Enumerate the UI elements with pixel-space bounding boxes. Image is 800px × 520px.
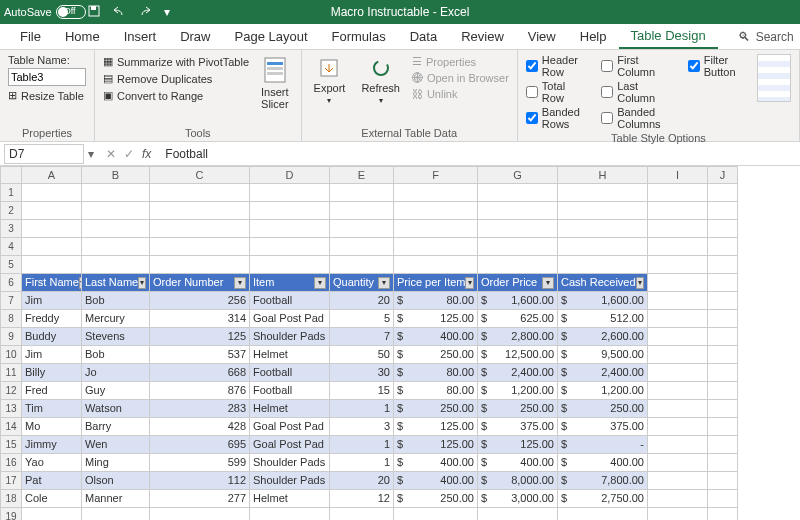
filter-icon[interactable]: ▾: [138, 277, 146, 289]
cell[interactable]: 314: [150, 310, 250, 328]
cell[interactable]: 125: [150, 328, 250, 346]
cell[interactable]: [22, 256, 82, 274]
cell[interactable]: 537: [150, 346, 250, 364]
cell[interactable]: Football: [250, 382, 330, 400]
cell[interactable]: [708, 346, 738, 364]
cell[interactable]: $2,600.00: [558, 328, 648, 346]
cell[interactable]: [708, 328, 738, 346]
cell[interactable]: $7,800.00: [558, 472, 648, 490]
cell[interactable]: $-: [558, 436, 648, 454]
cell[interactable]: [150, 202, 250, 220]
name-box-dropdown[interactable]: ▾: [84, 147, 98, 161]
cell[interactable]: [82, 202, 150, 220]
insert-slicer-button[interactable]: Insert Slicer: [257, 54, 293, 125]
cell[interactable]: [708, 238, 738, 256]
row-header[interactable]: 15: [0, 436, 22, 454]
row-header[interactable]: 9: [0, 328, 22, 346]
cell[interactable]: [708, 364, 738, 382]
cell[interactable]: Order Price▾: [478, 274, 558, 292]
filter-icon[interactable]: ▾: [636, 277, 644, 289]
undo-icon[interactable]: [112, 5, 126, 20]
cell[interactable]: $1,200.00: [478, 382, 558, 400]
row-header[interactable]: 18: [0, 490, 22, 508]
header-row-check[interactable]: Header Row: [526, 54, 585, 78]
cell[interactable]: $400.00: [394, 454, 478, 472]
refresh-button[interactable]: Refresh▾: [357, 54, 404, 125]
cell[interactable]: [394, 220, 478, 238]
cell[interactable]: [250, 238, 330, 256]
cell[interactable]: [708, 508, 738, 520]
cell[interactable]: [330, 220, 394, 238]
cell[interactable]: [558, 220, 648, 238]
redo-icon[interactable]: [138, 5, 152, 20]
tab-formulas[interactable]: Formulas: [320, 24, 398, 49]
row-header[interactable]: 6: [0, 274, 22, 292]
cell[interactable]: $400.00: [394, 328, 478, 346]
cell[interactable]: [708, 274, 738, 292]
cell[interactable]: First Name▾: [22, 274, 82, 292]
cell[interactable]: 112: [150, 472, 250, 490]
cell[interactable]: $80.00: [394, 382, 478, 400]
cell[interactable]: [648, 220, 708, 238]
row-header[interactable]: 10: [0, 346, 22, 364]
cell[interactable]: Shoulder Pads: [250, 328, 330, 346]
cell[interactable]: 599: [150, 454, 250, 472]
cell[interactable]: Guy: [82, 382, 150, 400]
cell[interactable]: Mo: [22, 418, 82, 436]
cell[interactable]: Football: [250, 364, 330, 382]
cell[interactable]: $80.00: [394, 364, 478, 382]
col-header-B[interactable]: B: [82, 166, 150, 184]
cell[interactable]: Cash Received▾: [558, 274, 648, 292]
cell[interactable]: $2,800.00: [478, 328, 558, 346]
cell[interactable]: [394, 508, 478, 520]
banded-cols-check[interactable]: Banded Columns: [601, 106, 672, 130]
cell[interactable]: Buddy: [22, 328, 82, 346]
convert-range-button[interactable]: ▣Convert to Range: [103, 88, 249, 103]
row-header[interactable]: 17: [0, 472, 22, 490]
cell[interactable]: Goal Post Pad: [250, 436, 330, 454]
cell[interactable]: [22, 202, 82, 220]
cell[interactable]: [708, 220, 738, 238]
filter-icon[interactable]: ▾: [314, 277, 326, 289]
cell[interactable]: Stevens: [82, 328, 150, 346]
cell[interactable]: Quantity▾: [330, 274, 394, 292]
cell[interactable]: Freddy: [22, 310, 82, 328]
cell[interactable]: Bob: [82, 346, 150, 364]
row-header[interactable]: 4: [0, 238, 22, 256]
cell[interactable]: Barry: [82, 418, 150, 436]
tab-help[interactable]: Help: [568, 24, 619, 49]
cell[interactable]: 1: [330, 400, 394, 418]
filter-icon[interactable]: ▾: [234, 277, 246, 289]
row-header[interactable]: 12: [0, 382, 22, 400]
cell[interactable]: Goal Post Pad: [250, 418, 330, 436]
cell[interactable]: Yao: [22, 454, 82, 472]
cell[interactable]: 1: [330, 436, 394, 454]
cell[interactable]: [478, 256, 558, 274]
row-header[interactable]: 16: [0, 454, 22, 472]
cell[interactable]: 20: [330, 472, 394, 490]
cell[interactable]: Helmet: [250, 346, 330, 364]
cell[interactable]: Tim: [22, 400, 82, 418]
cell[interactable]: Jim: [22, 346, 82, 364]
cell[interactable]: [478, 238, 558, 256]
tab-home[interactable]: Home: [53, 24, 112, 49]
cell[interactable]: [648, 202, 708, 220]
tab-view[interactable]: View: [516, 24, 568, 49]
cell[interactable]: [394, 256, 478, 274]
cell[interactable]: 12: [330, 490, 394, 508]
cell[interactable]: Olson: [82, 472, 150, 490]
cell[interactable]: [648, 184, 708, 202]
cell[interactable]: [648, 508, 708, 520]
cell[interactable]: Pat: [22, 472, 82, 490]
tab-page-layout[interactable]: Page Layout: [223, 24, 320, 49]
cell[interactable]: [478, 220, 558, 238]
cell[interactable]: Helmet: [250, 400, 330, 418]
row-header[interactable]: 7: [0, 292, 22, 310]
cell[interactable]: [22, 220, 82, 238]
cell[interactable]: [648, 238, 708, 256]
cell[interactable]: $400.00: [394, 472, 478, 490]
filter-icon[interactable]: ▾: [378, 277, 390, 289]
resize-table-button[interactable]: ⊞Resize Table: [8, 88, 86, 103]
cell[interactable]: [22, 508, 82, 520]
cell[interactable]: 277: [150, 490, 250, 508]
